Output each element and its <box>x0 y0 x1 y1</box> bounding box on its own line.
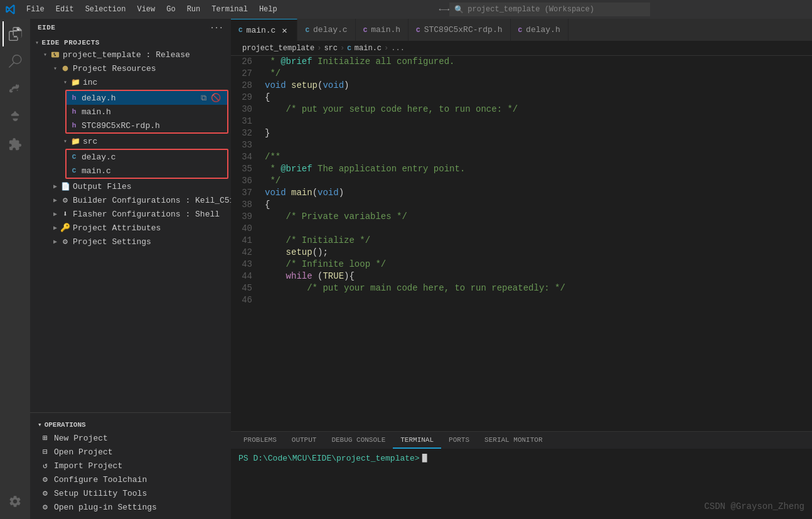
op-configure-toolchain[interactable]: ⚙ Configure Toolchain <box>30 473 231 486</box>
line-content: * @brief Initialize all configured. <box>262 56 812 68</box>
attrs-arrow: ▶ <box>50 224 60 232</box>
delete-file-icon[interactable]: 🚫 <box>211 93 221 103</box>
line-number: 44 <box>231 270 262 282</box>
main-h-file[interactable]: h main.h <box>67 105 227 119</box>
menu-terminal[interactable]: Terminal <box>206 4 253 15</box>
project-root[interactable]: ▾ project_template : Release <box>30 48 231 62</box>
project-settings[interactable]: ▶ ⚙ Project Settings <box>30 235 231 249</box>
source-control-icon[interactable] <box>3 77 28 102</box>
output-icon: 📄 <box>60 181 70 191</box>
menu-go[interactable]: Go <box>161 4 180 15</box>
tab-delay-c[interactable]: C delay.c <box>297 19 355 41</box>
builder-config[interactable]: ▶ ⚙ Builder Configurations : Keil_C51 <box>30 193 231 207</box>
line-content: { <box>262 92 812 104</box>
plugin-icon: ⚙ <box>40 502 50 512</box>
panel-tab-debug[interactable]: DEBUG CONSOLE <box>324 432 393 449</box>
flasher-icon: ⬇ <box>60 209 70 219</box>
line-number: 27 <box>231 68 262 80</box>
import-icon: ↺ <box>40 461 50 471</box>
code-line-29: 29{ <box>231 92 812 104</box>
main-h-label: main.h <box>82 107 111 117</box>
search-input-bar[interactable]: 🔍 project_template (Workspace) <box>449 3 650 16</box>
op-setup-tools[interactable]: ⚙ Setup Utility Tools <box>30 486 231 500</box>
line-number: 40 <box>231 223 262 235</box>
line-number: 32 <box>231 127 262 139</box>
op-open-project-label: Open Project <box>54 447 113 457</box>
op-new-project[interactable]: ⊞ New Project <box>30 431 231 445</box>
inc-folder[interactable]: ▾ 📁 inc <box>30 75 231 89</box>
attrs-icon: 🔑 <box>60 223 70 233</box>
project-attributes[interactable]: ▶ 🔑 Project Attributes <box>30 221 231 235</box>
tab-h-icon-2: C <box>416 26 420 34</box>
sidebar-more-icon[interactable]: ··· <box>210 24 223 31</box>
crumb-src[interactable]: src <box>324 44 338 53</box>
main-c-file[interactable]: C main.c <box>67 164 227 178</box>
operations-header[interactable]: ▾ OPERATIONS <box>30 418 231 431</box>
crumb-more[interactable]: ... <box>391 44 405 53</box>
stc89-h-label: STC89C5xRC-rdp.h <box>82 121 160 131</box>
menu-run[interactable]: Run <box>182 4 206 15</box>
menu-selection[interactable]: Selection <box>80 4 131 15</box>
crumb-file-icon: C <box>347 45 351 52</box>
menu-help[interactable]: Help <box>254 4 282 15</box>
crumb-file[interactable]: main.c <box>355 44 382 53</box>
line-number: 33 <box>231 139 262 151</box>
code-line-46: 46 <box>231 294 812 306</box>
menu-file[interactable]: File <box>21 4 50 15</box>
explorer-icon[interactable] <box>3 21 28 46</box>
flasher-config[interactable]: ▶ ⬇ Flasher Configurations : Shell <box>30 207 231 221</box>
tab-main-c[interactable]: C main.c ✕ <box>231 19 297 41</box>
tab-stc89-h[interactable]: C STC89C5xRC-rdp.h <box>409 19 510 41</box>
panel-tab-ports[interactable]: PORTS <box>441 432 477 449</box>
tab-close-main-c[interactable]: ✕ <box>279 25 289 35</box>
delay-h-label: delay.h <box>82 94 116 103</box>
back-arrow[interactable]: ← <box>439 4 444 14</box>
line-number: 42 <box>231 247 262 259</box>
forward-arrow[interactable]: → <box>444 4 449 14</box>
gear-icon[interactable] <box>3 489 28 514</box>
code-line-30: 30 /* put your setup code here, to run o… <box>231 104 812 115</box>
copy-file-icon[interactable]: ⧉ <box>198 93 208 103</box>
run-debug-icon[interactable] <box>3 104 28 129</box>
menu-edit[interactable]: Edit <box>51 4 79 15</box>
src-folder[interactable]: ▾ 📁 src <box>30 134 231 148</box>
panel-tab-output[interactable]: OUTPUT <box>284 432 324 449</box>
sidebar-content[interactable]: ▾ EIDE PROJECTS ▾ project_template : Rel… <box>30 36 231 412</box>
panel-tab-serial[interactable]: SERIAL MONITOR <box>477 432 550 449</box>
crumb-sep-1: › <box>317 44 321 53</box>
code-line-35: 35 * @brief The application entry point. <box>231 163 812 175</box>
code-editor[interactable]: 26 * @brief Initialize all configured.27… <box>231 56 812 431</box>
delay-h-file[interactable]: h delay.h ⧉ 🚫 <box>67 91 227 105</box>
tab-main-h[interactable]: C main.h <box>356 19 409 41</box>
eide-projects-arrow[interactable]: ▾ <box>35 39 40 46</box>
crumb-project[interactable]: project_template <box>242 44 314 53</box>
op-open-project[interactable]: ⊟ Open Project <box>30 445 231 459</box>
h-file-icon3: h <box>69 120 79 131</box>
extensions-icon[interactable] <box>3 132 28 157</box>
op-plugin-settings[interactable]: ⚙ Open plug-in Settings <box>30 500 231 514</box>
h-file-icon2: h <box>69 107 79 117</box>
ops-label: OPERATIONS <box>45 421 86 429</box>
search-activity-icon[interactable] <box>3 49 28 74</box>
panel-tab-terminal[interactable]: TERMINAL <box>393 432 441 449</box>
output-arrow: ▶ <box>50 183 60 190</box>
panel-tab-problems[interactable]: PROBLEMS <box>236 432 284 449</box>
flasher-arrow: ▶ <box>50 210 60 218</box>
output-files[interactable]: ▶ 📄 Output Files <box>30 179 231 193</box>
stc89-h-file[interactable]: h STC89C5xRC-rdp.h <box>67 119 227 132</box>
panel-tabs: PROBLEMS OUTPUT DEBUG CONSOLE TERMINAL P… <box>231 432 812 449</box>
code-line-39: 39 /* Private variables */ <box>231 211 812 223</box>
panel-content[interactable]: PS D:\Code\MCU\EIDE\project_template> █ <box>231 449 812 519</box>
tab-stc89-h-label: STC89C5xRC-rdp.h <box>424 25 503 35</box>
line-content <box>262 294 812 306</box>
builder-config-label: Builder Configurations : Keil_C51 <box>73 196 231 205</box>
flasher-config-label: Flasher Configurations : Shell <box>73 210 220 219</box>
project-resources[interactable]: ▾ Project Resources <box>30 62 231 75</box>
op-new-project-label: New Project <box>54 434 108 443</box>
menu-view[interactable]: View <box>132 4 160 15</box>
op-import-project[interactable]: ↺ Import Project <box>30 459 231 473</box>
delay-c-file[interactable]: C delay.c <box>67 150 227 164</box>
line-number: 28 <box>231 80 262 92</box>
tab-delay-h[interactable]: C delay.h <box>511 19 569 41</box>
code-line-41: 41 /* Initialize */ <box>231 235 812 247</box>
